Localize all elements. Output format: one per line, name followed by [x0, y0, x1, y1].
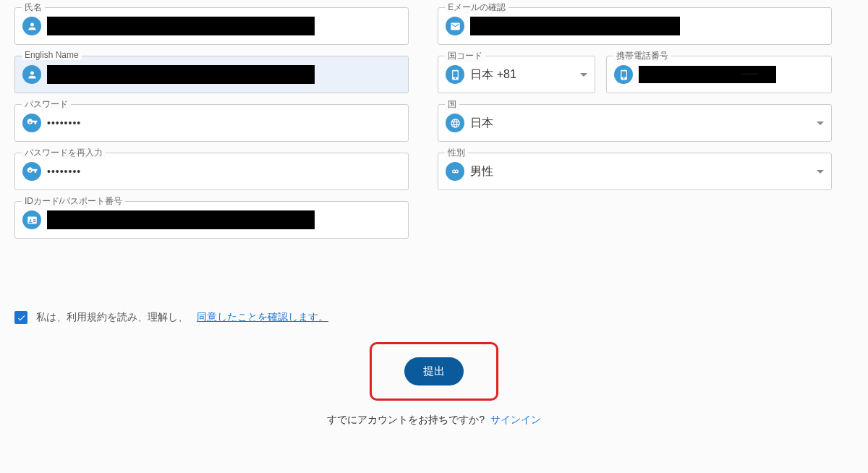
gender-field: 性別 男性 [438, 153, 832, 190]
english-name-label: English Name [22, 50, 82, 60]
signin-link[interactable]: サインイン [490, 414, 541, 425]
id-card-value-redacted [47, 210, 315, 229]
password-confirm-value: •••••••• [47, 166, 81, 177]
person-icon [22, 17, 41, 35]
submit-area: 提出 [14, 342, 854, 401]
password-confirm-field: パスワードを再入力 •••••••• [14, 153, 409, 190]
english-name-value-redacted [47, 65, 315, 84]
person-icon [22, 65, 41, 84]
mobile-value-redacted [639, 66, 776, 83]
country-field: 国 日本 [438, 104, 832, 142]
name-field: 氏名 [14, 7, 409, 45]
id-card-label: IDカード/パスポート番号 [22, 195, 125, 208]
country-code-value: 日本 +81 [470, 67, 574, 82]
chevron-down-icon [817, 122, 824, 125]
id-card-field: IDカード/パスポート番号 [14, 201, 409, 239]
globe-icon [446, 114, 464, 132]
gender-icon [446, 162, 464, 181]
mobile-label: 携帯電話番号 [613, 50, 671, 62]
signin-question: すでにアカウントをお持ちですか? [327, 414, 485, 425]
password-label: パスワード [22, 98, 71, 111]
name-label: 氏名 [22, 1, 45, 14]
country-label: 国 [445, 98, 459, 111]
agreement-prefix: 私は、利用規約を読み、理解し、 [36, 311, 188, 324]
country-code-field: 国コード 日本 +81 [438, 56, 595, 93]
email-confirm-field: Eメールの確認 [438, 7, 832, 45]
key-icon [22, 114, 41, 132]
email-confirm-value-redacted [470, 17, 680, 35]
svg-point-1 [455, 170, 458, 173]
agreement-link[interactable]: 同意したことを確認します。 [197, 311, 328, 324]
agreement-row: 私は、利用規約を読み、理解し、 同意したことを確認します。 [14, 311, 854, 324]
gender-label: 性別 [445, 147, 468, 159]
password-field: パスワード •••••••• [14, 104, 409, 142]
country-select[interactable]: 日本 [438, 104, 832, 142]
submit-highlight-box: 提出 [370, 342, 498, 401]
password-value: •••••••• [47, 117, 81, 129]
country-code-label: 国コード [445, 50, 485, 62]
gender-value: 男性 [470, 164, 811, 179]
agreement-checkbox[interactable] [14, 311, 27, 324]
chevron-down-icon [580, 73, 587, 77]
english-name-field: English Name [14, 56, 409, 93]
card-icon [22, 210, 41, 229]
name-value-redacted [47, 17, 315, 35]
mobile-field: 携帯電話番号 [606, 56, 832, 93]
key-icon [22, 162, 41, 181]
password-input[interactable]: •••••••• [14, 104, 409, 142]
registration-form: 氏名 Eメールの確認 [14, 7, 854, 427]
english-name-input[interactable] [14, 56, 409, 93]
phone-icon [446, 65, 464, 84]
gender-select[interactable]: 男性 [438, 153, 832, 190]
submit-button[interactable]: 提出 [404, 357, 464, 385]
phone-icon [614, 65, 633, 84]
signin-line: すでにアカウントをお持ちですか? サインイン [14, 414, 854, 427]
chevron-down-icon [817, 170, 824, 174]
envelope-icon [446, 17, 464, 35]
email-confirm-label: Eメールの確認 [445, 1, 509, 14]
name-input[interactable] [14, 7, 409, 45]
country-value: 日本 [470, 116, 811, 131]
password-confirm-label: パスワードを再入力 [22, 147, 106, 159]
